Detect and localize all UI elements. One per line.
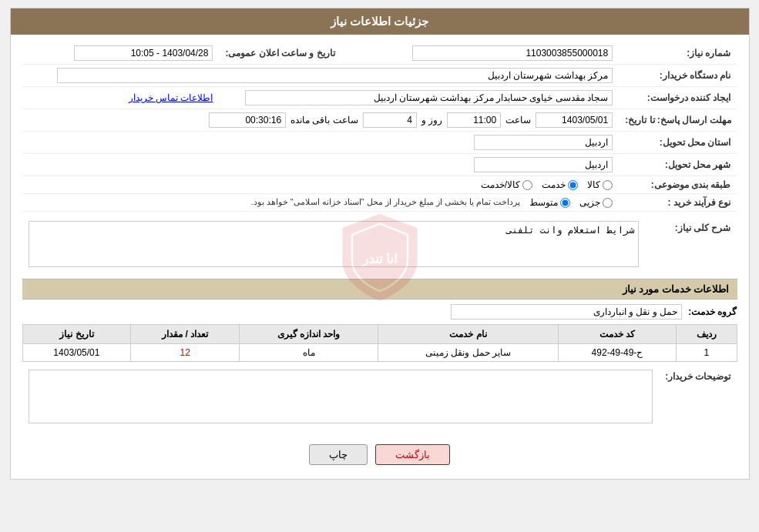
- need-number-row: شماره نیاز: تاریخ و ساعت اعلان عمومی:: [22, 42, 737, 65]
- category-value: کالا خدمت کالا/خدمت: [22, 176, 620, 194]
- col-date: تاریخ نیاز: [22, 325, 131, 344]
- deadline-date-input[interactable]: [536, 112, 613, 128]
- announce-date-label: تاریخ و ساعت اعلان عمومی:: [219, 42, 341, 65]
- buyer-notes-table: توضیحات خریدار:: [22, 366, 737, 429]
- buyer-notes-value: [22, 366, 660, 429]
- cell-row: 1: [676, 344, 737, 362]
- province-value: [22, 132, 620, 154]
- category-kala-label[interactable]: کالا: [587, 179, 613, 190]
- category-khadamat-text: خدمت: [542, 179, 566, 190]
- cell-name: سایر حمل ونقل زمینی: [378, 344, 559, 362]
- back-button[interactable]: بازگشت: [375, 444, 450, 465]
- services-table-header-row: ردیف کد خدمت نام خدمت واحد اندازه گیری ت…: [22, 325, 737, 344]
- purchase-type-note: پرداخت تمام یا بخشی از مبلغ خریدار از مح…: [251, 197, 521, 207]
- purchase-motavasset-text: متوسط: [529, 197, 558, 208]
- table-row: 1 ح-49-49-492 سایر حمل ونقل زمینی ماه 12…: [22, 344, 737, 362]
- need-number-input[interactable]: [412, 45, 613, 61]
- announce-date-input[interactable]: [74, 45, 213, 61]
- sharh-value: <span data-bind="sharh_section.placehold…: [22, 218, 645, 273]
- creator-row: ایجاد کننده درخواست: اطلاعات تماس خریدار: [22, 87, 737, 109]
- info-table: شماره نیاز: تاریخ و ساعت اعلان عمومی: نا…: [22, 42, 737, 212]
- cell-date: 1403/05/01: [22, 344, 131, 362]
- category-both-text: کالا/خدمت: [481, 179, 520, 190]
- remaining-time-input[interactable]: [209, 112, 286, 128]
- contact-link-cell: اطلاعات تماس خریدار: [22, 87, 220, 109]
- cell-qty: 12: [131, 344, 240, 362]
- need-number-value: [341, 42, 619, 65]
- contact-link[interactable]: اطلاعات تماس خریدار: [129, 92, 213, 103]
- days-label: روز و: [421, 115, 442, 125]
- page-container: جزئیات اطلاعات نیاز انا تندر شماره نیاز:…: [10, 8, 750, 480]
- province-input[interactable]: [474, 135, 613, 150]
- deadline-label: مهلت ارسال پاسخ: تا تاریخ:: [619, 109, 737, 132]
- deadline-time-input[interactable]: [447, 112, 501, 128]
- page-title: جزئیات اطلاعات نیاز: [331, 15, 428, 28]
- deadline-row: مهلت ارسال پاسخ: تا تاریخ: ساعت روز و سا…: [22, 109, 737, 132]
- services-table-head: ردیف کد خدمت نام خدمت واحد اندازه گیری ت…: [22, 325, 737, 344]
- remaining-label: ساعت باقی مانده: [291, 115, 358, 125]
- province-label: استان محل تحویل:: [619, 132, 737, 154]
- buyer-notes-label: توضیحات خریدار:: [659, 366, 737, 429]
- service-group-input[interactable]: [451, 304, 682, 320]
- purchase-jozi-text: جزیی: [579, 197, 600, 208]
- cell-code: ح-49-49-492: [559, 344, 677, 362]
- creator-input[interactable]: [245, 90, 613, 105]
- purchase-type-label: نوع فرآیند خرید :: [619, 194, 737, 212]
- services-table: ردیف کد خدمت نام خدمت واحد اندازه گیری ت…: [22, 324, 737, 362]
- page-header: جزئیات اطلاعات نیاز: [11, 8, 749, 35]
- service-group-row: گروه خدمت:: [22, 304, 737, 320]
- deadline-time-label: ساعت: [505, 115, 531, 125]
- buyer-notes-textarea[interactable]: [29, 370, 653, 423]
- services-table-body: 1 ح-49-49-492 سایر حمل ونقل زمینی ماه 12…: [22, 344, 737, 362]
- city-value: [22, 154, 620, 176]
- sharh-table: شرح کلی نیاز: <span data-bind="sharh_sec…: [22, 218, 737, 273]
- buyer-org-value: [22, 65, 620, 87]
- sharh-label: شرح کلی نیاز:: [645, 218, 737, 273]
- category-row: طبقه بندی موضوعی: کالا خدمت: [22, 176, 737, 194]
- buyer-org-label: نام دستگاه خریدار:: [619, 65, 737, 87]
- purchase-motavasset-radio[interactable]: [560, 198, 570, 208]
- col-name: نام خدمت: [378, 325, 559, 344]
- buyer-org-row: نام دستگاه خریدار:: [22, 65, 737, 87]
- print-button[interactable]: چاپ: [309, 444, 368, 465]
- col-unit: واحد اندازه گیری: [239, 325, 378, 344]
- buyer-notes-row: توضیحات خریدار:: [22, 366, 737, 429]
- creator-value: [219, 87, 619, 109]
- category-khadamat-label[interactable]: خدمت: [542, 179, 578, 190]
- announce-date-value: [22, 42, 220, 65]
- service-group-label: گروه خدمت:: [688, 306, 737, 317]
- purchase-type-row: نوع فرآیند خرید : جزیی متوسط پرداخت تمام…: [22, 194, 737, 212]
- category-khadamat-radio[interactable]: [568, 180, 578, 190]
- purchase-jozi-label[interactable]: جزیی: [579, 197, 613, 208]
- province-row: استان محل تحویل:: [22, 132, 737, 154]
- city-label: شهر محل تحویل:: [619, 154, 737, 176]
- col-row: ردیف: [676, 325, 737, 344]
- category-kala-text: کالا: [587, 179, 600, 190]
- deadline-value: ساعت روز و ساعت باقی مانده: [22, 109, 620, 132]
- col-qty: تعداد / مقدار: [131, 325, 240, 344]
- purchase-jozi-radio[interactable]: [603, 198, 613, 208]
- purchase-motavasset-label[interactable]: متوسط: [529, 197, 570, 208]
- cell-unit: ماه: [239, 344, 378, 362]
- category-label: طبقه بندی موضوعی:: [619, 176, 737, 194]
- category-both-radio[interactable]: [522, 180, 532, 190]
- category-kala-radio[interactable]: [603, 180, 613, 190]
- col-code: کد خدمت: [559, 325, 677, 344]
- button-group: بازگشت چاپ: [22, 435, 737, 471]
- services-section-header: اطلاعات خدمات مورد نیاز: [22, 279, 737, 299]
- city-row: شهر محل تحویل:: [22, 154, 737, 176]
- creator-label: ایجاد کننده درخواست:: [619, 87, 737, 109]
- sharh-row: شرح کلی نیاز: <span data-bind="sharh_sec…: [22, 218, 737, 273]
- category-both-label[interactable]: کالا/خدمت: [481, 179, 532, 190]
- need-number-label: شماره نیاز:: [619, 42, 737, 65]
- city-input[interactable]: [474, 157, 613, 172]
- days-input[interactable]: [363, 112, 417, 128]
- sharh-textarea[interactable]: <span data-bind="sharh_section.placehold…: [29, 221, 639, 267]
- content-area: انا تندر شماره نیاز: تاریخ و ساعت اعلان …: [11, 35, 749, 479]
- purchase-type-value: جزیی متوسط پرداخت تمام یا بخشی از مبلغ خ…: [22, 194, 620, 212]
- buyer-org-input[interactable]: [57, 68, 613, 83]
